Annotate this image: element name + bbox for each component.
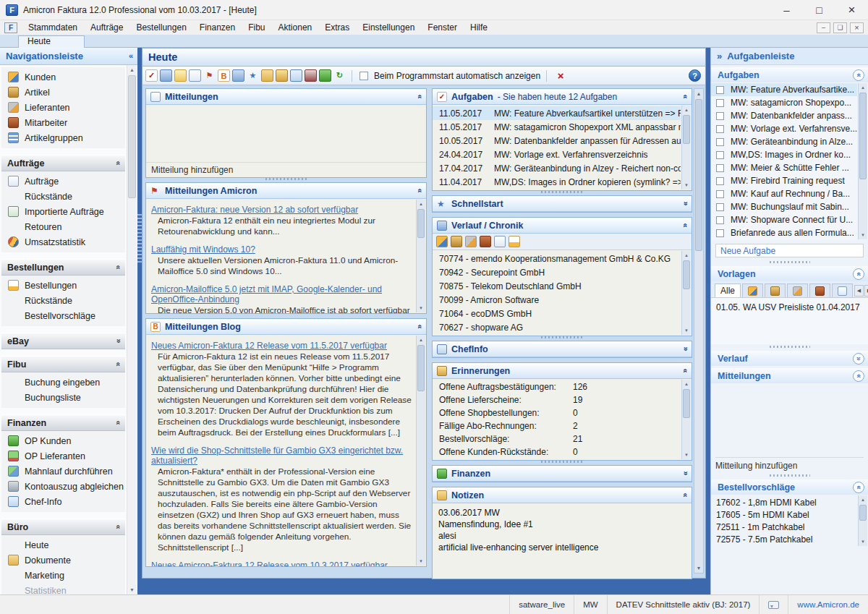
neue-aufgabe-input[interactable]: Neue Aufgabe xyxy=(715,244,864,257)
tp-task-row[interactable]: MW: Meier & Schütte Fehler ... xyxy=(711,161,857,174)
bestellvorschlag-row[interactable]: 17605 - 5m HDMI Kabel xyxy=(711,508,857,521)
bv-scrollbar[interactable] xyxy=(858,495,867,546)
panel-resize-grip[interactable] xyxy=(433,461,692,464)
minimize-button[interactable] xyxy=(770,0,803,20)
scroll-down-arrow[interactable] xyxy=(859,537,867,546)
tp-bestellvorschlaege-header[interactable]: Bestellvorschläge xyxy=(711,479,868,495)
sidebar-item-retouren[interactable]: Retouren xyxy=(1,219,125,234)
scroll-down-arrow[interactable] xyxy=(682,326,691,335)
tp-aufgaben-header[interactable]: Aufgaben xyxy=(711,67,868,82)
tp-task-row[interactable]: MW: Vorlage ext. Verfahrensve... xyxy=(711,122,857,135)
expand-panel-icon[interactable] xyxy=(683,469,687,477)
menu-bestellungen[interactable]: Bestellungen xyxy=(129,20,192,35)
scrollbar-thumb[interactable] xyxy=(683,260,690,289)
mdi-restore-button[interactable] xyxy=(833,22,847,33)
collapse-section-button[interactable] xyxy=(853,268,864,280)
sidebar-item-heute[interactable]: Heute xyxy=(1,537,125,553)
tp-task-row[interactable]: MW: Shopware Connect für U... xyxy=(711,213,857,226)
collapse-group-icon[interactable] xyxy=(116,419,120,427)
panel-resize-grip[interactable] xyxy=(146,178,426,182)
collapse-group-icon[interactable] xyxy=(116,523,120,531)
amicron-website-link[interactable]: www.Amicron.de xyxy=(788,595,868,614)
sidebar-item-lieferanten[interactable]: Lieferanten xyxy=(1,100,125,115)
vorlagen-tab-artikel[interactable] xyxy=(765,283,786,297)
tp-task-row[interactable]: MW,DS: Images in Ordner ko... xyxy=(711,148,857,161)
heute-vertical-scrollbar[interactable] xyxy=(694,88,704,574)
collapse-panel-icon[interactable] xyxy=(683,93,687,101)
sidebar-item-importierte-auftraege[interactable]: Importierte Aufträge xyxy=(1,204,125,219)
schnellstart-toggle-icon[interactable] xyxy=(174,69,187,82)
autostart-checkbox[interactable] xyxy=(359,72,368,80)
amicron-news-toggle-icon[interactable] xyxy=(203,69,216,82)
mitteilungen-toggle-icon[interactable] xyxy=(189,69,201,82)
tp-mitteilungen-content[interactable]: Mitteilung hinzufügen xyxy=(711,383,868,473)
sprachausgabe-icon[interactable] xyxy=(305,69,317,82)
nav-group-header-buero[interactable]: Büro xyxy=(1,519,125,535)
erinnerung-row[interactable]: Offene Auftragsbestätigungen:126 xyxy=(433,380,681,393)
panel-amicron-header[interactable]: Mitteilungen Amicron xyxy=(146,183,426,199)
panel-chefinfo-header[interactable]: ChefInfo xyxy=(433,341,692,357)
tp-mitteilungen-header[interactable]: Mitteilungen xyxy=(711,368,868,383)
scroll-down-arrow[interactable] xyxy=(859,231,867,239)
task-checkbox[interactable] xyxy=(716,138,724,146)
tp-task-row[interactable]: MW: Datenbankfelder anpass... xyxy=(711,109,857,122)
scroll-down-arrow[interactable] xyxy=(682,181,691,189)
collapse-section-button[interactable] xyxy=(853,482,864,493)
panel-blog-header[interactable]: Mitteilungen Blog xyxy=(146,319,426,335)
blog-link[interactable]: Neues Amicron-Faktura 12 Release vom 10.… xyxy=(151,560,388,566)
chronik-scrollbar[interactable] xyxy=(681,251,691,335)
amicron-scrollbar[interactable] xyxy=(416,200,425,312)
erinnerung-row[interactable]: Offene Kunden-Rückstände:0 xyxy=(433,445,681,459)
status-message-cell[interactable] xyxy=(759,595,788,614)
nav-group-header-finanzen[interactable]: Finanzen xyxy=(1,414,125,431)
nav-group-header-auftraege[interactable]: Aufträge xyxy=(1,155,125,171)
aufgaben-scrollbar[interactable] xyxy=(681,106,691,189)
scroll-up-arrow[interactable] xyxy=(417,336,425,344)
notizen-content[interactable]: 03.06.2017 MW Namensfindung, Idee #1 ale… xyxy=(433,503,692,579)
scroll-up-arrow[interactable] xyxy=(682,380,691,388)
blog-scrollbar[interactable] xyxy=(416,336,425,566)
expand-panel-icon[interactable] xyxy=(683,345,687,353)
task-checkbox[interactable] xyxy=(716,229,724,237)
collapse-panel-icon[interactable] xyxy=(683,221,687,229)
sidebar-item-kunden[interactable]: Kunden xyxy=(1,69,125,85)
sidebar-item-artikelgruppen[interactable]: Artikelgruppen xyxy=(1,130,125,145)
chronik-row[interactable]: 70774 - emendo Kooperationsmanagement Gm… xyxy=(433,252,681,265)
section-resize-grip[interactable] xyxy=(711,473,868,477)
blog-toggle-icon[interactable] xyxy=(218,69,230,82)
scroll-up-arrow[interactable] xyxy=(682,251,691,260)
sidebar-item-chef-info[interactable]: Chef-Info xyxy=(1,494,125,509)
sidebar-item-artikel[interactable]: Artikel xyxy=(1,85,125,100)
sidebar-item-mitarbeiter[interactable]: Mitarbeiter xyxy=(1,115,125,130)
scrollbar-thumb[interactable] xyxy=(128,75,136,198)
news-link[interactable]: Amicron-Mailoffice 5.0 jetzt mit IMAP, G… xyxy=(151,284,382,304)
scroll-down-arrow[interactable] xyxy=(417,557,425,566)
chronik-row[interactable]: 71064 - ecoDMS GmbH xyxy=(433,307,681,320)
scroll-up-arrow[interactable] xyxy=(859,495,867,504)
menu-aktionen[interactable]: Aktionen xyxy=(272,20,319,35)
chronik-row[interactable]: 70627 - shopware AG xyxy=(433,320,681,334)
tp-aufgaben-scrollbar[interactable] xyxy=(858,83,867,239)
scroll-down-arrow[interactable] xyxy=(417,304,425,312)
scroll-up-arrow[interactable] xyxy=(859,83,867,92)
panel-aufgaben-header[interactable]: Aufgaben - Sie haben heute 12 Aufgaben xyxy=(433,89,692,105)
panel-mitteilungen-header[interactable]: Mitteilungen xyxy=(146,89,426,105)
scrollbar-thumb[interactable] xyxy=(695,99,702,251)
aufgabe-row[interactable]: 11.05.2017MW: Feature Abverkaufsartikel … xyxy=(433,106,681,120)
nav-group-header-fibu[interactable]: Fibu xyxy=(1,356,125,372)
blog-link[interactable]: Neues Amicron-Faktura 12 Release vom 11.… xyxy=(151,341,387,351)
nav-group-header-ebay[interactable]: eBay xyxy=(1,333,125,349)
bestellvorschlag-row[interactable]: 17602 - 1,8m HDMI Kabel xyxy=(711,496,857,508)
tp-vorlagen-header[interactable]: Vorlagen xyxy=(711,266,868,281)
system-menu-icon[interactable]: F xyxy=(4,22,17,33)
favoriten-toggle-icon[interactable] xyxy=(247,69,259,82)
sidebar-item-mahnlauf[interactable]: Mahnlauf durchführen xyxy=(1,464,125,479)
refresh-icon[interactable] xyxy=(333,69,346,82)
sidebar-item-dokumente[interactable]: Dokumente xyxy=(1,553,125,568)
task-checkbox[interactable] xyxy=(716,151,724,159)
filter-artikel-icon[interactable] xyxy=(451,236,462,247)
tp-task-row[interactable]: MW: satagamicron Shopexpo... xyxy=(711,96,857,109)
filter-bestellungen-icon[interactable] xyxy=(509,236,520,247)
menu-fenster[interactable]: Fenster xyxy=(421,20,464,35)
menu-extras[interactable]: Extras xyxy=(318,20,356,35)
